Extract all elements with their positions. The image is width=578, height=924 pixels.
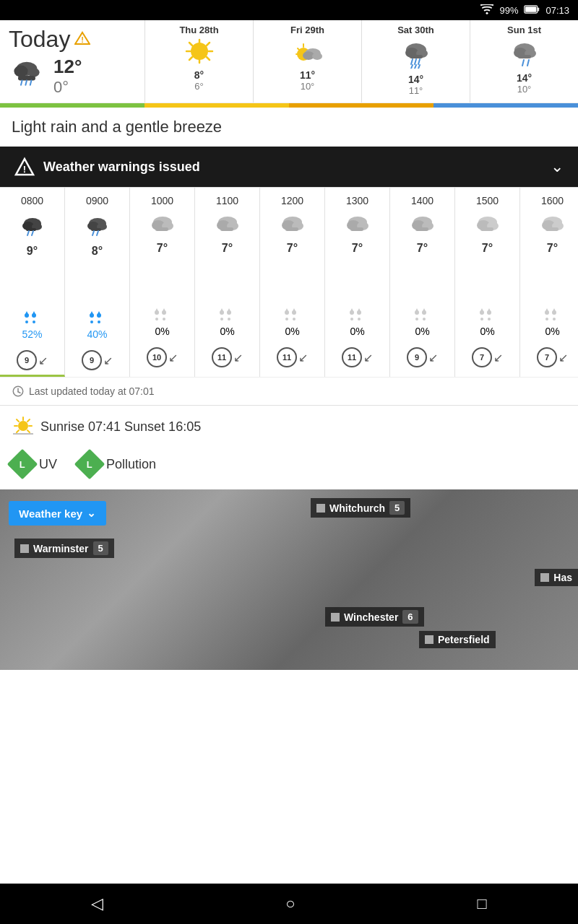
warning-banner-left: ! Weather warnings issued xyxy=(14,157,200,177)
hour-precip-icon-1600 xyxy=(520,304,578,326)
wind-dir-1200: ↙ xyxy=(298,351,308,365)
svg-line-63 xyxy=(92,231,94,235)
svg-point-80 xyxy=(163,318,165,321)
forecast-fri-icon xyxy=(256,38,358,69)
warning-banner[interactable]: ! Weather warnings issued ⌄ xyxy=(0,147,578,187)
svg-rect-134 xyxy=(545,227,558,231)
forecast-thu-low: 6° xyxy=(148,81,250,92)
wind-speed-1500: 7 xyxy=(472,347,492,367)
forecast-sat: Sat 30th 14° 11° xyxy=(361,20,470,103)
last-updated: Last updated today at 07:01 xyxy=(0,377,578,405)
forecast-sun-low: 10° xyxy=(473,84,575,95)
hour-col-1100: 1100 7° xyxy=(195,188,260,377)
hour-wind-1300: 11 ↙ xyxy=(325,343,389,372)
svg-rect-50 xyxy=(26,228,36,231)
hour-col-1600: 1600 7° xyxy=(520,188,578,377)
last-updated-text: Last updated today at 07:01 xyxy=(29,385,155,397)
svg-marker-99 xyxy=(292,308,296,313)
hour-temp-1400: 7° xyxy=(390,240,454,261)
wind-dir-1500: ↙ xyxy=(493,351,503,365)
svg-point-110 xyxy=(358,318,361,321)
svg-rect-62 xyxy=(91,228,101,231)
current-high-temp: 12° xyxy=(53,56,82,78)
weather-key-label: Weather key xyxy=(19,507,82,520)
hour-wind-1200: 11 ↙ xyxy=(260,343,324,372)
nav-recent-button[interactable]: □ xyxy=(460,889,504,919)
wind-speed-1000: 10 xyxy=(147,347,167,367)
wind-dir-1600: ↙ xyxy=(558,351,568,365)
winchester-square-icon xyxy=(331,613,340,622)
warning-chevron-icon[interactable]: ⌄ xyxy=(551,157,564,176)
nav-home-button[interactable]: ○ xyxy=(268,889,312,919)
svg-point-67 xyxy=(90,321,93,323)
svg-point-13 xyxy=(191,43,208,60)
hour-temp-1200: 7° xyxy=(260,240,324,261)
svg-rect-94 xyxy=(285,227,298,231)
hourly-section: 0800 9° xyxy=(0,187,578,377)
hour-icon-1100 xyxy=(195,211,259,240)
map-label-petersfield[interactable]: Petersfield xyxy=(419,631,496,648)
hour-col-1300: 1300 7° xyxy=(325,188,390,377)
weather-description: Light rain and a gentle breeze xyxy=(0,108,578,147)
hour-wind-0900: 9 ↙ xyxy=(65,346,129,375)
hour-precip-icon-1100 xyxy=(195,304,259,326)
hour-temp-0900: 8° xyxy=(65,243,129,263)
svg-marker-69 xyxy=(97,311,101,315)
wind-speed-0900: 9 xyxy=(82,350,102,370)
battery-icon xyxy=(524,5,540,16)
color-bar-thu xyxy=(0,103,144,108)
hour-precip-icon-0800 xyxy=(0,307,64,328)
whitchurch-square-icon xyxy=(316,504,325,513)
svg-line-12 xyxy=(30,80,32,84)
map-label-whitchurch[interactable]: Whitchurch 5 xyxy=(311,498,410,518)
clock-icon xyxy=(12,385,25,398)
map-label-winchester[interactable]: Winchester 6 xyxy=(325,607,424,627)
svg-point-7 xyxy=(14,66,27,77)
svg-point-144 xyxy=(18,421,28,431)
svg-line-35 xyxy=(418,59,420,64)
hour-precip-1600: 0% xyxy=(520,326,578,343)
svg-marker-96 xyxy=(285,308,289,313)
hour-precip-0800: 52% xyxy=(0,328,64,346)
svg-rect-32 xyxy=(410,55,423,58)
map-label-has[interactable]: Has xyxy=(535,569,578,586)
clock-time: 07:13 xyxy=(545,5,569,16)
whitchurch-value: 5 xyxy=(389,501,405,515)
forecast-sat-low: 11° xyxy=(365,85,467,96)
hour-temp-0800: 9° xyxy=(0,243,64,263)
warminster-value: 5 xyxy=(93,541,108,555)
svg-marker-139 xyxy=(552,308,556,313)
hour-precip-1500: 0% xyxy=(455,326,519,343)
svg-line-148 xyxy=(17,419,19,422)
hour-label-1600: 1600 xyxy=(520,188,578,211)
nav-back-button[interactable]: ◁ xyxy=(74,889,121,919)
hour-label-1400: 1400 xyxy=(390,188,454,211)
svg-point-8 xyxy=(28,68,40,77)
svg-point-100 xyxy=(293,318,296,321)
map-label-warminster[interactable]: Warminster 5 xyxy=(14,539,114,558)
svg-point-97 xyxy=(285,318,288,321)
svg-point-107 xyxy=(350,318,353,321)
hour-precip-1100: 0% xyxy=(195,326,259,343)
svg-marker-86 xyxy=(220,308,224,313)
svg-marker-136 xyxy=(545,308,549,313)
svg-line-21 xyxy=(189,57,192,60)
svg-marker-76 xyxy=(155,308,159,313)
svg-marker-116 xyxy=(415,308,419,313)
svg-line-20 xyxy=(207,43,210,45)
hour-wind-1400: 9 ↙ xyxy=(390,343,454,372)
forecast-fri-low: 10° xyxy=(256,81,358,92)
wind-speed-1200: 11 xyxy=(277,347,297,367)
svg-rect-104 xyxy=(350,227,363,231)
hour-label-1500: 1500 xyxy=(455,188,519,211)
winchester-name: Winchester xyxy=(344,611,398,623)
svg-point-55 xyxy=(25,321,28,323)
svg-point-140 xyxy=(553,318,556,321)
weather-key-button[interactable]: Weather key ⌄ xyxy=(9,501,106,526)
hour-col-1500: 1500 7° xyxy=(455,188,520,377)
wind-dir-1300: ↙ xyxy=(363,351,373,365)
current-low-temp: 0° xyxy=(53,78,82,97)
hour-precip-1200: 0% xyxy=(260,326,324,343)
hour-label-1200: 1200 xyxy=(260,188,324,211)
svg-point-117 xyxy=(415,318,418,321)
